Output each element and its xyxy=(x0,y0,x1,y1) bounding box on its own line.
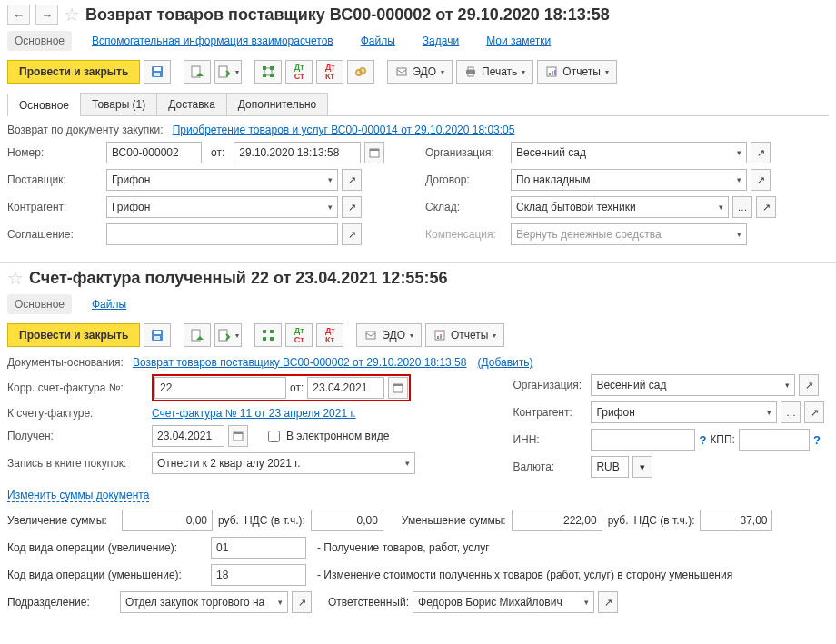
resp-input[interactable]: Федоров Борис Михайлович xyxy=(413,591,594,613)
subnav-notes[interactable]: Мои заметки xyxy=(479,31,558,51)
dtct-green-button[interactable]: ДтCт xyxy=(285,60,313,84)
date-calendar-button[interactable] xyxy=(364,142,384,163)
subnav-aux[interactable]: Вспомогательная информация взаиморасчето… xyxy=(85,31,341,51)
formtab-goods[interactable]: Товары (1) xyxy=(80,93,157,115)
org-input[interactable]: Весенний сад xyxy=(591,374,795,396)
dept-open-button[interactable]: ↗ xyxy=(292,591,312,613)
post-icon xyxy=(191,329,204,342)
submit-close-button[interactable]: Провести и закрыть xyxy=(7,60,140,84)
opcode-inc-input[interactable]: 01 xyxy=(211,537,306,559)
corr-number-input[interactable]: 22 xyxy=(154,377,286,399)
org-label: Организация: xyxy=(513,379,587,391)
favorite-star-icon[interactable]: ☆ xyxy=(7,267,24,289)
subnav-main[interactable]: Основное xyxy=(7,294,72,314)
book-record-label: Запись в книге покупок: xyxy=(7,457,148,470)
org-input[interactable]: Весенний сад xyxy=(511,142,747,163)
subnav-tasks[interactable]: Задачи xyxy=(415,31,466,51)
counterparty-label: Контрагент: xyxy=(7,201,103,213)
print-button[interactable]: Печать▾ xyxy=(456,60,533,84)
nav-back-button[interactable]: ← xyxy=(7,5,30,25)
org-open-button[interactable]: ↗ xyxy=(799,374,819,396)
svg-rect-27 xyxy=(263,337,266,341)
corr-date-input[interactable]: 23.04.2021 xyxy=(307,377,384,399)
supplier-open-button[interactable]: ↗ xyxy=(342,169,362,191)
counterparty-input[interactable]: Грифон xyxy=(106,196,338,218)
warehouse-label: Склад: xyxy=(425,201,507,213)
save-button[interactable] xyxy=(144,323,171,347)
floppy-icon xyxy=(151,65,164,78)
counterparty-ellipsis-button[interactable]: … xyxy=(781,401,801,423)
number-input[interactable]: ВС00-000002 xyxy=(106,142,202,163)
decrease-vat-input[interactable]: 37,00 xyxy=(700,510,772,531)
agreement-open-button[interactable]: ↗ xyxy=(342,223,362,245)
post-button[interactable] xyxy=(184,60,211,84)
agreement-input[interactable] xyxy=(106,223,338,245)
currency-dropdown-button[interactable]: ▾ xyxy=(632,456,652,478)
to-invoice-link[interactable]: Счет-фактура № 11 от 23 апреля 2021 г. xyxy=(152,407,356,420)
save-button[interactable] xyxy=(144,60,171,84)
dept-input[interactable]: Отдел закупок торгового на xyxy=(120,591,288,613)
counterparty-input[interactable]: Грифон xyxy=(591,401,777,423)
decrease-amount-input[interactable]: 222,00 xyxy=(512,510,602,531)
counterparty-open-button[interactable]: ↗ xyxy=(342,196,362,218)
post-dropdown-button[interactable]: ▾ xyxy=(214,323,242,347)
corr-calendar-button[interactable] xyxy=(388,377,408,399)
subnav-files[interactable]: Файлы xyxy=(85,294,134,314)
edo-button[interactable]: ЭДО▾ xyxy=(356,323,422,347)
opcode-dec-input[interactable]: 18 xyxy=(211,564,306,586)
svg-rect-17 xyxy=(552,71,553,75)
warehouse-input[interactable]: Склад бытовой техники xyxy=(511,196,729,218)
counterparty-open-button[interactable]: ↗ xyxy=(804,401,824,423)
return-document: ← → ☆ Возврат товаров поставщику ВС00-00… xyxy=(0,0,836,258)
subnav-files[interactable]: Файлы xyxy=(353,31,403,51)
dtct-green-button[interactable]: ДтCт xyxy=(285,323,313,347)
basis-link[interactable]: Возврат товаров поставщику ВС00-000002 о… xyxy=(133,356,467,369)
resp-open-button[interactable]: ↗ xyxy=(598,591,618,613)
corr-from-label: от: xyxy=(290,381,304,394)
increase-amount-input[interactable]: 0,00 xyxy=(122,510,213,531)
reports-button[interactable]: Отчеты▾ xyxy=(425,323,504,347)
structure-icon xyxy=(262,65,274,78)
increase-vat-input[interactable]: 0,00 xyxy=(311,510,383,531)
favorite-star-icon[interactable]: ☆ xyxy=(64,4,80,25)
reports-button[interactable]: Отчеты▾ xyxy=(537,60,616,84)
kpp-input[interactable] xyxy=(739,429,810,451)
electronic-checkbox[interactable] xyxy=(268,431,280,442)
structure-button[interactable] xyxy=(254,323,282,347)
edo-button[interactable]: ЭДО▾ xyxy=(387,60,453,84)
inn-input[interactable] xyxy=(591,429,695,451)
number-label: Номер: xyxy=(7,146,103,159)
warehouse-open-button[interactable]: ↗ xyxy=(756,196,776,218)
supplier-input[interactable]: Грифон xyxy=(106,169,338,191)
post-button[interactable] xyxy=(184,323,211,347)
svg-rect-14 xyxy=(468,74,473,76)
kpp-help-icon[interactable]: ? xyxy=(813,433,821,447)
received-calendar-button[interactable] xyxy=(228,425,248,447)
structure-button[interactable] xyxy=(254,60,282,84)
formtab-delivery[interactable]: Доставка xyxy=(156,93,227,115)
currency-input[interactable]: RUB xyxy=(591,456,629,478)
submit-close-button[interactable]: Провести и закрыть xyxy=(7,323,140,347)
org-open-button[interactable]: ↗ xyxy=(751,142,771,163)
post-dropdown-button[interactable]: ▾ xyxy=(214,60,242,84)
subnav-main[interactable]: Основное xyxy=(7,31,72,51)
warehouse-ellipsis-button[interactable]: … xyxy=(732,196,752,218)
change-sums-link[interactable]: Изменить суммы документа xyxy=(7,489,149,502)
compensation-input: Вернуть денежные средства xyxy=(511,223,747,245)
formtab-extra[interactable]: Дополнительно xyxy=(226,93,328,115)
inn-help-icon[interactable]: ? xyxy=(699,433,706,447)
book-record-input[interactable]: Отнести к 2 кварталу 2021 г. xyxy=(152,452,415,474)
formtab-main[interactable]: Основное xyxy=(7,94,81,116)
svg-rect-6 xyxy=(263,74,266,77)
link-button[interactable] xyxy=(347,60,374,84)
contract-input[interactable]: По накладным xyxy=(511,169,747,191)
contract-open-button[interactable]: ↗ xyxy=(751,169,771,191)
return-basis-link[interactable]: Приобретение товаров и услуг ВС00-000014… xyxy=(173,124,515,136)
received-date-input[interactable]: 23.04.2021 xyxy=(152,425,224,447)
nav-forward-button[interactable]: → xyxy=(35,5,58,25)
basis-add-link[interactable]: (Добавить) xyxy=(477,356,532,369)
page-title: Возврат товаров поставщику ВС00-000002 о… xyxy=(85,5,610,25)
date-input[interactable]: 29.10.2020 18:13:58 xyxy=(234,142,361,163)
dtct-red-button[interactable]: ДтКт xyxy=(316,323,343,347)
dtct-red-button[interactable]: ДтКт xyxy=(316,60,343,84)
